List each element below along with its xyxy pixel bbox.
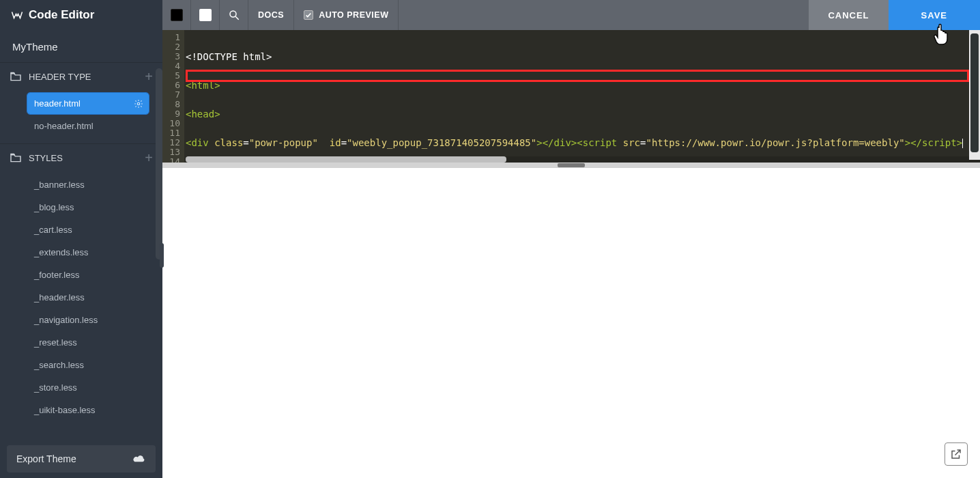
section-title: STYLES [29, 153, 63, 163]
file-label: no-header.html [34, 121, 93, 131]
auto-preview-label: AUTO PREVIEW [319, 10, 388, 20]
file-label: _reset.less [34, 337, 77, 348]
cloud-download-icon [132, 453, 146, 464]
file-label: _store.less [34, 382, 77, 393]
file-item[interactable]: _blog.less [27, 197, 149, 218]
file-item[interactable]: _store.less [27, 377, 149, 398]
code-editor[interactable]: 1234567891011121314 <!DOCTYPE html> <htm… [162, 30, 980, 163]
file-item[interactable]: _uikit-base.less [27, 399, 149, 421]
svg-point-2 [137, 102, 140, 105]
file-label: _navigation.less [34, 315, 98, 325]
search-button[interactable] [220, 0, 248, 30]
editor-v-scrollbar[interactable] [969, 30, 980, 160]
save-button[interactable]: SAVE [889, 0, 980, 30]
file-item[interactable]: _reset.less [27, 332, 149, 353]
file-item[interactable]: _navigation.less [27, 309, 149, 331]
preview-pane [162, 168, 980, 478]
file-label: _extends.less [34, 247, 89, 257]
file-item[interactable]: _header.less [27, 287, 149, 308]
file-label: _search.less [34, 360, 84, 370]
external-link-icon [950, 448, 962, 460]
folder-icon [10, 72, 22, 81]
gear-icon [134, 99, 143, 109]
app-title-bar: Code Editor [0, 0, 162, 30]
file-settings-button[interactable] [134, 99, 143, 109]
theme-dark-swatch[interactable] [162, 0, 191, 30]
weebly-logo-icon [11, 9, 23, 21]
file-item[interactable]: _banner.less [27, 174, 149, 195]
section-title: HEADER TYPE [29, 72, 91, 82]
file-label: _banner.less [34, 180, 85, 190]
cancel-button[interactable]: CANCEL [809, 0, 888, 30]
file-label: header.html [34, 98, 81, 109]
sidebar-resize-handle[interactable] [160, 243, 164, 268]
file-label: _cart.less [34, 225, 72, 235]
search-icon [228, 9, 240, 21]
open-external-button[interactable] [945, 442, 968, 466]
docs-button[interactable]: DOCS [248, 0, 294, 30]
section-header-header-type[interactable]: HEADER TYPE + [0, 62, 162, 90]
file-label: _uikit-base.less [34, 405, 96, 415]
theme-name: MyTheme [0, 30, 162, 62]
file-item[interactable]: _extends.less [27, 242, 149, 263]
file-item-header-html[interactable]: header.html [27, 93, 149, 114]
add-file-button[interactable]: + [145, 70, 153, 83]
add-file-button[interactable]: + [145, 151, 153, 165]
toolbar: DOCS AUTO PREVIEW CANCEL SAVE [162, 0, 980, 30]
theme-light-swatch[interactable] [191, 0, 220, 30]
editor-h-scrollbar[interactable] [186, 156, 980, 163]
file-item[interactable]: _cart.less [27, 219, 149, 240]
pane-splitter[interactable] [162, 163, 980, 168]
export-theme-button[interactable]: Export Theme [7, 445, 156, 473]
sidebar-scrollbar[interactable] [156, 68, 162, 259]
code-content[interactable]: <!DOCTYPE html> <html> <head> <div class… [186, 33, 976, 163]
svg-point-0 [230, 11, 236, 17]
file-label: _blog.less [34, 202, 74, 212]
sidebar: MyTheme HEADER TYPE + header.html no-hea… [0, 30, 162, 478]
folder-icon [10, 153, 22, 163]
file-item-no-header-html[interactable]: no-header.html [27, 115, 149, 137]
file-label: _footer.less [34, 270, 80, 280]
auto-preview-toggle[interactable]: AUTO PREVIEW [294, 0, 399, 30]
svg-line-1 [235, 16, 239, 20]
line-gutter: 1234567891011121314 [162, 30, 184, 163]
export-label: Export Theme [16, 453, 76, 464]
file-item[interactable]: _search.less [27, 354, 149, 376]
app-title: Code Editor [29, 8, 94, 22]
section-header-styles[interactable]: STYLES + [0, 143, 162, 171]
file-item[interactable]: _footer.less [27, 264, 149, 285]
file-label: _header.less [34, 292, 85, 303]
checkbox-icon [304, 10, 313, 20]
